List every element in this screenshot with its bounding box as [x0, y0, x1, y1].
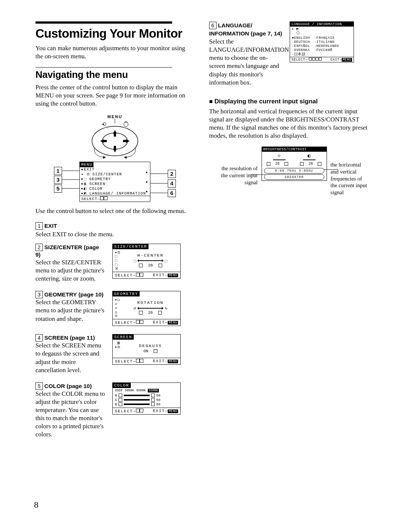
menu-item-block: 3GEOMETRY (page 10) Select the GEOMETRY … [35, 291, 194, 326]
color-channel: R [115, 394, 117, 398]
menu-label: MENU [35, 114, 194, 119]
nav-intro: Press the center of the control button t… [35, 83, 194, 108]
menu-item-exit: EXIT [84, 167, 95, 172]
osd-title: COLOR [113, 383, 131, 388]
svg-marker-12 [100, 139, 104, 143]
svg-rect-9 [114, 134, 116, 137]
contrast-value: 26 [308, 162, 313, 166]
item-num-1: 1 [35, 222, 43, 230]
menu-badge: MENU [168, 409, 178, 413]
item-title-geom: GEOMETRY (page 10) [44, 291, 103, 298]
geometry-osd: GEOMETRY ▸◯▱▱△▽ ROTATION ↺ ↻ 26 SELECT→E… [112, 291, 181, 326]
item-title-screen: SCREEN (page 11) [44, 334, 95, 341]
color-value: 50 [156, 398, 160, 402]
color-preset: 5000K [125, 389, 134, 392]
menu-item-geom: GEOMETRY [89, 177, 111, 181]
callout-2: 2 [168, 170, 176, 178]
exit-hint: EXIT→ [153, 320, 168, 325]
menu-badge: MENU [342, 58, 352, 62]
menu-item-size: SIZE/CENTER [92, 172, 122, 176]
svg-rect-13 [104, 140, 107, 142]
color-value: 50 [156, 394, 160, 398]
select-hint: SELECT→ [115, 273, 136, 278]
lang-option: ITALIANO [317, 40, 335, 44]
menu-item-lang: LANGUAGE/ INFORMATION [89, 191, 146, 196]
main-menu-osd: MENU EXIT ▸ ⧈ SIZE/CENTER ⬚ GEOMETRY ▥ S… [79, 162, 150, 202]
callout-4: 4 [168, 179, 176, 188]
lang-option: ENGLISH [294, 36, 310, 40]
signal-text: The horizontal and vertical frequencies … [209, 107, 368, 140]
item-desc-screen: Select the SCREEN menu to degauss the sc… [35, 342, 101, 373]
language-osd: LANGUAGE / INFORMATION ▸ ◩ ⓘ ●ENGLISH ·F… [290, 21, 354, 62]
section-heading: Navigating the menu [35, 69, 194, 80]
callout-6: 6 [168, 189, 176, 197]
callout-3: 3 [54, 176, 62, 184]
select-hint: SELECT→ [81, 197, 100, 201]
item-num-4: 4 [35, 334, 43, 341]
osd-value: 26 [148, 263, 153, 268]
lang-option: DEUTSCH [294, 40, 310, 44]
exit-hint: EXIT→ [153, 273, 168, 277]
callout-1: 1 [54, 167, 62, 175]
lang-option: SVENSKA [294, 48, 310, 52]
page-title: Customizing Your Monitor [35, 27, 194, 41]
item-title-size: SIZE/CENTER (page 9) [35, 244, 99, 258]
callout-line [250, 171, 321, 178]
menu-item-color: COLOR [89, 186, 103, 191]
exit-hint: EXIT→ [330, 58, 342, 62]
size-center-osd: SIZE/CENTER ▸⧈⬚⬚⬚⤧ H-CENTER ⬚ ⬚ 26 SELEC… [112, 244, 181, 279]
item-num-6: 6 [209, 22, 216, 29]
svg-rect-15 [123, 140, 126, 142]
exit-hint: EXIT→ [153, 359, 168, 363]
select-hint: SELECT→ [115, 320, 136, 325]
item-num-2: 2 [35, 244, 43, 251]
menu-badge: MENU [168, 274, 178, 277]
subsection-heading: ■ Displaying the current input signal [209, 98, 368, 105]
osd-title: GEOMETRY [113, 291, 140, 296]
color-channel: B [115, 402, 117, 406]
select-hint: SELECT→ [291, 58, 307, 62]
lang-option: NEDERLANDS [317, 44, 339, 48]
title-rule [35, 21, 172, 24]
osd-title: BRIGHTNESS/CONTRAST [262, 147, 327, 152]
menu-item-block: 4SCREEN (page 11) Select the SCREEN menu… [35, 334, 194, 374]
section-rule [35, 67, 172, 68]
color-preset: 6500K [136, 389, 146, 392]
osd-title: SCREEN [113, 334, 134, 340]
color-value: 50 [156, 402, 160, 406]
svg-marker-16 [103, 156, 106, 159]
osd-param-label: DEGAUSS [115, 343, 178, 348]
exit-hint: EXIT→ [153, 409, 168, 413]
select-hint: SELECT→ [115, 359, 136, 364]
item-num-3: 3 [35, 291, 43, 298]
callout-line [323, 166, 338, 173]
menu-item-block: 1EXIT Select EXIT to close the menu. [35, 222, 194, 238]
menu-item-block: 2SIZE/CENTER (page 9) Select the SIZE/CE… [35, 244, 194, 283]
item-desc-lang: Select the LANGUAGE/INFORMATION menu to … [209, 38, 289, 86]
menu-item-block: 5COLOR (page 10) Select the COLOR menu t… [35, 382, 194, 439]
intro-text: You can make numerous adjustments to you… [35, 44, 194, 61]
item-desc-geom: Select the GEOMETRY menu to adjust the p… [35, 299, 104, 322]
item-num-5: 5 [35, 382, 43, 390]
menu-badge: MENU [168, 321, 178, 325]
callout-5: 5 [54, 185, 62, 193]
osd-value: ON [143, 349, 148, 353]
lang-option: 日本語 [294, 52, 306, 56]
item-desc-size: Select the SIZE/CENTER menu to adjust th… [35, 259, 104, 282]
item-desc-color: Select the COLOR menu to adjust the pict… [35, 390, 105, 438]
osd-title: LANGUAGE / INFORMATION [290, 22, 354, 27]
menu-item-screen: SCREEN [89, 182, 106, 186]
item-title-lang: LANGUAGE/ INFORMATION (page 7, 14) [209, 22, 282, 37]
lang-option: FRANÇAIS [317, 36, 335, 40]
osd-title: SIZE/CENTER [113, 244, 149, 249]
color-osd: COLOR USER 5000K 6500K 9300K R50 G50 B50… [112, 382, 181, 415]
select-hint: SELECT→ [115, 409, 136, 413]
svg-marker-10 [113, 149, 117, 152]
svg-marker-8 [113, 130, 117, 134]
svg-marker-14 [126, 139, 130, 143]
color-preset-selected: 9300K [148, 389, 159, 392]
page-number: 8 [34, 500, 38, 510]
osd-param-label: H-CENTER [115, 253, 178, 258]
item-title-exit: EXIT [44, 223, 57, 229]
lang-option: ESPAÑOL [294, 44, 310, 48]
